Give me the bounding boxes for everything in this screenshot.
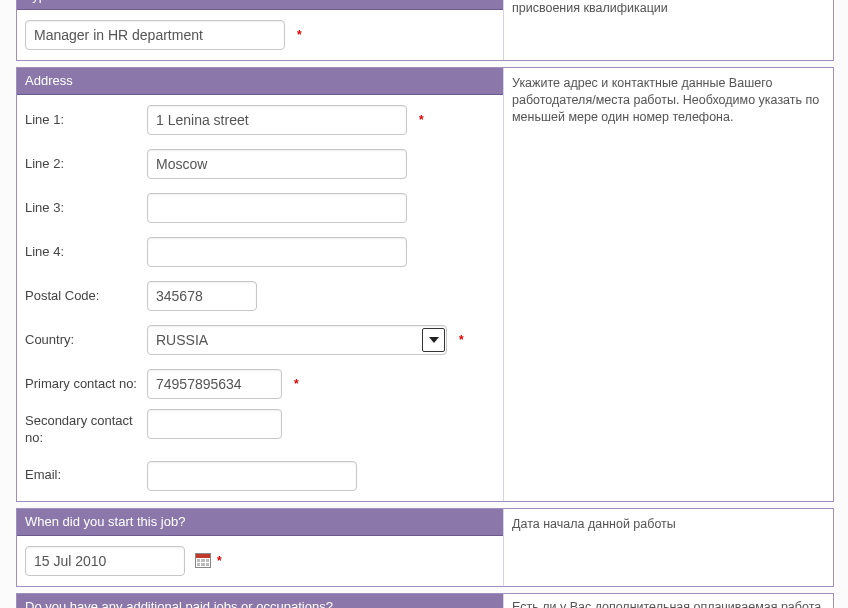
required-marker: * xyxy=(294,377,299,391)
hint-work-type: Орган, присваивающий квалификацию, и стр… xyxy=(503,0,833,60)
label-email: Email: xyxy=(25,467,147,484)
postal-code-input[interactable] xyxy=(147,281,257,311)
section-header-start-date: When did you start this job? xyxy=(17,509,503,536)
country-select[interactable] xyxy=(147,325,447,355)
label-line1: Line 1: xyxy=(25,112,147,129)
label-line4: Line 4: xyxy=(25,244,147,261)
calendar-icon[interactable] xyxy=(195,553,211,568)
hint-address: Укажите адрес и контактные данные Вашего… xyxy=(503,68,833,501)
address-line3-input[interactable] xyxy=(147,193,407,223)
label-postal: Postal Code: xyxy=(25,288,147,305)
section-additional-jobs: Do you have any additional paid jobs or … xyxy=(16,593,834,608)
chevron-down-icon xyxy=(429,337,439,343)
section-header-additional-jobs: Do you have any additional paid jobs or … xyxy=(17,594,503,608)
label-line2: Line 2: xyxy=(25,156,147,173)
address-line1-input[interactable] xyxy=(147,105,407,135)
section-start-date: When did you start this job? * Дата нача… xyxy=(16,508,834,587)
required-marker: * xyxy=(217,554,222,568)
label-line3: Line 3: xyxy=(25,200,147,217)
primary-contact-input[interactable] xyxy=(147,369,282,399)
address-line4-input[interactable] xyxy=(147,237,407,267)
required-marker: * xyxy=(419,113,424,127)
label-primary-contact: Primary contact no: xyxy=(25,376,147,393)
required-marker: * xyxy=(297,28,302,42)
required-marker: * xyxy=(459,333,464,347)
address-line2-input[interactable] xyxy=(147,149,407,179)
label-secondary-contact: Secondary contact no: xyxy=(25,409,147,447)
country-dropdown-button[interactable] xyxy=(422,328,445,352)
hint-additional-jobs: Есть ли у Вас дополнительная оплачиваема… xyxy=(503,594,833,608)
section-address: Address Line 1: * Line 2: Line 3: xyxy=(16,67,834,502)
email-input[interactable] xyxy=(147,461,357,491)
hint-start-date: Дата начала данной работы xyxy=(503,509,833,586)
work-type-input[interactable] xyxy=(25,20,285,50)
section-header-address: Address xyxy=(17,68,503,95)
start-date-input[interactable] xyxy=(25,546,185,576)
section-work-type: Type of work undertaken * Орган, присваи… xyxy=(16,0,834,61)
section-header-work-type: Type of work undertaken xyxy=(17,0,503,10)
secondary-contact-input[interactable] xyxy=(147,409,282,439)
label-country: Country: xyxy=(25,332,147,349)
